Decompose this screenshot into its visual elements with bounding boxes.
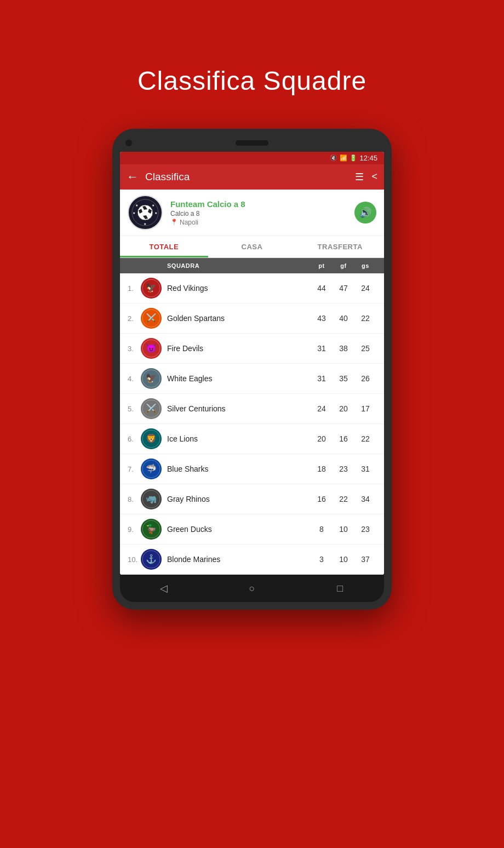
app-bar-title: Classifica bbox=[145, 171, 348, 183]
svg-text:⚔️: ⚔️ bbox=[146, 403, 157, 414]
team-rank: 6. bbox=[128, 435, 141, 443]
svg-text:🦅: 🦅 bbox=[146, 283, 157, 293]
league-info: Funteam Calcio a 8 Calcio a 8 📍 Napoli bbox=[170, 199, 347, 226]
tab-casa[interactable]: CASA bbox=[208, 236, 296, 257]
team-gf: 20 bbox=[333, 404, 354, 413]
team-gf: 22 bbox=[333, 495, 354, 503]
league-header: ★ ★ ★ ★ ★ Funteam Calcio a 8 Calcio a 8 … bbox=[120, 190, 384, 236]
team-gf: 35 bbox=[333, 374, 354, 383]
svg-text:★: ★ bbox=[133, 211, 135, 215]
team-rank: 1. bbox=[128, 284, 141, 293]
phone-speaker bbox=[236, 140, 268, 146]
team-gf: 38 bbox=[333, 344, 354, 353]
team-logo: 🦅 bbox=[141, 278, 162, 299]
svg-text:🦁: 🦁 bbox=[146, 433, 157, 444]
league-location: 📍 Napoli bbox=[170, 219, 347, 226]
table-row[interactable]: 9. 🦆 Green Ducks 8 10 23 bbox=[120, 514, 384, 545]
team-pt: 3 bbox=[311, 555, 333, 564]
team-name: Silver Centurions bbox=[167, 404, 311, 413]
svg-text:★: ★ bbox=[152, 204, 154, 207]
signal-icon: 📶 bbox=[340, 154, 347, 162]
table-row[interactable]: 4. 🦅 White Eagles 31 35 26 bbox=[120, 364, 384, 394]
svg-text:⚓: ⚓ bbox=[146, 554, 157, 564]
team-gs: 26 bbox=[354, 374, 376, 383]
team-logo: ⚔️ bbox=[141, 398, 162, 419]
team-logo: ⚓ bbox=[141, 549, 162, 570]
status-bar: 🔇 📶 🔋 12:45 bbox=[120, 152, 384, 164]
col-header-gf: gf bbox=[333, 262, 354, 269]
page-title: Classifica Squadre bbox=[138, 66, 366, 96]
team-gf: 47 bbox=[333, 284, 354, 293]
svg-text:★: ★ bbox=[135, 204, 138, 207]
list-icon[interactable]: ☰ bbox=[355, 171, 364, 183]
team-name: White Eagles bbox=[167, 374, 311, 383]
team-name: Golden Spartans bbox=[167, 314, 311, 323]
team-pt: 31 bbox=[311, 374, 333, 383]
nav-recent-button[interactable]: □ bbox=[332, 583, 348, 594]
team-gs: 17 bbox=[354, 404, 376, 413]
table-row[interactable]: 5. ⚔️ Silver Centurions 24 20 17 bbox=[120, 394, 384, 424]
team-rank: 4. bbox=[128, 375, 141, 383]
phone-camera bbox=[125, 140, 132, 146]
team-gs: 22 bbox=[354, 434, 376, 443]
audio-icon: 🔊 bbox=[359, 207, 371, 219]
battery-icon: 🔋 bbox=[350, 154, 357, 162]
table-row[interactable]: 3. 😈 Fire Devils 31 38 25 bbox=[120, 334, 384, 364]
phone-frame: 🔇 📶 🔋 12:45 ← Classifica ☰ < bbox=[112, 129, 392, 610]
svg-text:⚔️: ⚔️ bbox=[146, 313, 157, 323]
league-logo: ★ ★ ★ ★ ★ bbox=[128, 195, 163, 230]
team-gf: 16 bbox=[333, 434, 354, 443]
col-header-team: SQUADRA bbox=[167, 262, 311, 269]
table-row[interactable]: 2. ⚔️ Golden Spartans 43 40 22 bbox=[120, 303, 384, 334]
tab-totale[interactable]: TOTALE bbox=[120, 236, 208, 257]
phone-screen: 🔇 📶 🔋 12:45 ← Classifica ☰ < bbox=[120, 152, 384, 575]
table-row[interactable]: 10. ⚓ Blonde Marines 3 10 37 bbox=[120, 545, 384, 575]
team-pt: 16 bbox=[311, 495, 333, 503]
table-row[interactable]: 6. 🦁 Ice Lions 20 16 22 bbox=[120, 424, 384, 454]
location-icon: 📍 bbox=[170, 219, 178, 226]
team-logo: ⚔️ bbox=[141, 308, 162, 329]
svg-text:★: ★ bbox=[154, 211, 157, 215]
team-pt: 44 bbox=[311, 284, 333, 293]
team-gs: 23 bbox=[354, 525, 376, 534]
team-logo: 😈 bbox=[141, 338, 162, 359]
team-rank: 5. bbox=[128, 405, 141, 413]
team-pt: 18 bbox=[311, 465, 333, 473]
team-name: Red Vikings bbox=[167, 284, 311, 293]
app-bar-icons: ☰ < bbox=[355, 171, 377, 183]
svg-text:🦅: 🦅 bbox=[146, 373, 157, 383]
status-icons: 🔇 📶 🔋 12:45 bbox=[330, 154, 377, 162]
league-type: Calcio a 8 bbox=[170, 210, 347, 217]
team-rank: 10. bbox=[128, 555, 141, 564]
table-row[interactable]: 7. 🦈 Blue Sharks 18 23 31 bbox=[120, 454, 384, 484]
team-gs: 25 bbox=[354, 344, 376, 353]
team-gs: 24 bbox=[354, 284, 376, 293]
nav-back-button[interactable]: ◁ bbox=[156, 582, 172, 594]
table-row[interactable]: 8. 🦏 Gray Rhinos 16 22 34 bbox=[120, 484, 384, 514]
team-name: Gray Rhinos bbox=[167, 495, 311, 503]
league-name: Funteam Calcio a 8 bbox=[170, 199, 347, 209]
svg-text:★: ★ bbox=[144, 222, 146, 226]
share-icon[interactable]: < bbox=[371, 171, 377, 183]
nav-home-button[interactable]: ○ bbox=[244, 583, 260, 594]
table-row[interactable]: 1. 🦅 Red Vikings 44 47 24 bbox=[120, 273, 384, 303]
col-header-pt: pt bbox=[311, 262, 333, 269]
team-rank: 8. bbox=[128, 495, 141, 503]
tab-trasferta[interactable]: TRASFERTA bbox=[296, 236, 384, 257]
team-rank: 2. bbox=[128, 314, 141, 323]
team-gf: 40 bbox=[333, 314, 354, 323]
phone-top-bar bbox=[120, 140, 384, 152]
team-pt: 43 bbox=[311, 314, 333, 323]
team-rank: 3. bbox=[128, 345, 141, 353]
svg-text:🦆: 🦆 bbox=[146, 524, 157, 534]
team-rank: 9. bbox=[128, 525, 141, 534]
team-pt: 8 bbox=[311, 525, 333, 534]
audio-button[interactable]: 🔊 bbox=[354, 202, 376, 224]
svg-text:🦏: 🦏 bbox=[146, 494, 157, 504]
team-logo: 🦏 bbox=[141, 489, 162, 509]
team-gf: 23 bbox=[333, 465, 354, 473]
team-pt: 24 bbox=[311, 404, 333, 413]
team-gf: 10 bbox=[333, 525, 354, 534]
team-pt: 20 bbox=[311, 434, 333, 443]
back-button[interactable]: ← bbox=[127, 170, 139, 184]
